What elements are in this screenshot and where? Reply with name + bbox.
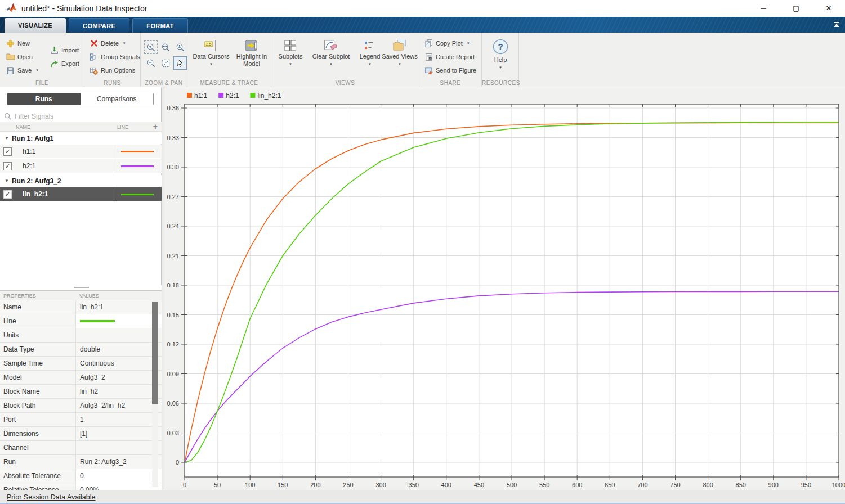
run-group-row[interactable]: ▼ Run 1: Aufg1 (0, 132, 162, 144)
open-button[interactable]: Open (6, 51, 33, 63)
tab-compare[interactable]: COMPARE (69, 18, 129, 33)
group-signals-button[interactable]: Group Signals (89, 51, 140, 63)
run-group-row[interactable]: ▼ Run 2: Aufg3_2 (0, 175, 162, 187)
data-cursors-button[interactable]: 2.5 Data Cursors ▼ (191, 38, 231, 68)
toolbar-section-resources: ? Help ▼ RESOURCES (482, 33, 519, 87)
x-tick-label: 800 (703, 482, 713, 488)
pointer-cursor-icon (176, 58, 184, 68)
signal-row-h2[interactable]: ✓ h2:1 (0, 159, 162, 173)
splitter-handle (74, 287, 89, 288)
run-options-icon (89, 66, 99, 75)
signal-line-cell[interactable] (115, 145, 162, 159)
expander-icon[interactable]: ▼ (5, 178, 9, 183)
search-icon (4, 112, 12, 120)
dropdown-arrow-icon: ▼ (368, 61, 372, 68)
fit-to-view-icon (161, 58, 171, 68)
tab-comparisons[interactable]: Comparisons (81, 93, 154, 105)
import-button[interactable]: Import (50, 44, 79, 56)
legend-label: h1:1 (194, 92, 208, 100)
close-button[interactable]: ✕ (812, 0, 845, 17)
delete-button[interactable]: Delete ▼ (89, 37, 126, 50)
signal-checkbox[interactable]: ✓ (3, 147, 12, 156)
signal-line-cell[interactable] (115, 187, 162, 201)
zoom-out-button[interactable] (144, 56, 158, 70)
x-tick-label: 400 (441, 482, 451, 488)
signal-line-cell[interactable] (115, 159, 162, 173)
window-title: untitled* - Simulation Data Inspector (21, 0, 147, 17)
signal-checkbox[interactable]: ✓ (3, 190, 12, 199)
y-tick-label: 0 (176, 459, 179, 466)
x-tick-label: 300 (375, 482, 386, 488)
highlight-in-model-button[interactable]: Highlight in Model (235, 38, 269, 68)
saved-views-button[interactable]: Saved Views ▼ (382, 38, 418, 68)
x-tick-label: 50 (214, 482, 221, 488)
x-tick-label: 150 (278, 482, 288, 488)
properties-panel: PROPERTIES VALUES Namelin_h2:1 Line Unit… (0, 290, 162, 490)
export-icon (50, 60, 59, 68)
signal-list-header: NAME LINE + (0, 122, 162, 132)
signal-row-h1[interactable]: ✓ h1:1 (0, 145, 162, 159)
x-tick-label: 750 (670, 482, 680, 488)
new-button[interactable]: New (6, 37, 30, 50)
zoom-out-icon (146, 58, 156, 68)
ribbon-tab-strip: VISUALIZE COMPARE FORMAT (0, 17, 845, 33)
maximize-button[interactable]: ▢ (780, 0, 812, 17)
dropdown-arrow-icon: ▼ (35, 69, 39, 72)
x-tick-label: 500 (507, 482, 517, 488)
minimize-button[interactable]: ─ (747, 0, 780, 17)
clear-subplot-icon (324, 39, 338, 52)
collapse-ribbon-icon[interactable] (833, 21, 840, 29)
fit-to-view-button[interactable] (159, 56, 172, 70)
highlight-in-model-icon (244, 39, 259, 52)
legend-label: lin_h2:1 (257, 92, 281, 100)
y-tick-label: 0.12 (167, 341, 179, 348)
properties-scrollbar[interactable] (152, 300, 158, 487)
time-plot[interactable]: 0501001502002503003504004505005506006507… (164, 87, 845, 490)
signal-row-lin-h2[interactable]: ✓ lin_h2:1 (0, 187, 162, 201)
y-tick-label: 0.24 (167, 223, 179, 230)
properties-splitter[interactable] (0, 285, 162, 290)
dropdown-arrow-icon: ▼ (209, 61, 213, 68)
zoom-in-button[interactable] (144, 40, 158, 54)
line-style-editor[interactable] (76, 314, 162, 328)
section-label-file: FILE (0, 80, 84, 86)
filter-signals-input[interactable] (15, 111, 155, 122)
run-options-button[interactable]: Run Options (89, 64, 135, 76)
y-tick-label: 0.18 (167, 282, 179, 289)
toolbar-section-file: New Open Save ▼ Import Export FILE (0, 33, 84, 87)
x-tick-label: 600 (572, 482, 582, 488)
prior-session-data-link[interactable]: Prior Session Data Available (7, 493, 96, 501)
help-button[interactable]: ? Help ▼ (485, 37, 516, 71)
expander-icon[interactable]: ▼ (5, 136, 9, 141)
save-button[interactable]: Save ▼ (6, 64, 39, 76)
matlab-logo-icon (5, 2, 17, 15)
zoom-in-y-button[interactable] (173, 40, 187, 54)
zoom-in-time-button[interactable] (159, 40, 172, 54)
clear-subplot-button[interactable]: Clear Subplot ▼ (307, 38, 355, 68)
absolute-tolerance-input[interactable]: 0 (76, 469, 162, 483)
dropdown-arrow-icon: ▼ (499, 64, 502, 71)
dropdown-arrow-icon: ▼ (329, 61, 333, 68)
section-label-runs: RUNS (84, 80, 140, 86)
pointer-mode-button[interactable] (173, 56, 187, 70)
export-button[interactable]: Export (50, 57, 79, 70)
tab-visualize[interactable]: VISUALIZE (5, 18, 66, 33)
tab-format[interactable]: FORMAT (132, 18, 188, 33)
relative-tolerance-input[interactable]: 0.00% (76, 483, 162, 490)
open-folder-icon (6, 53, 15, 61)
data-cursors-icon: 2.5 (204, 39, 218, 52)
section-label-share: SHARE (419, 80, 481, 86)
add-column-button[interactable]: + (153, 122, 158, 131)
tab-runs[interactable]: Runs (7, 93, 81, 105)
property-row-data-type: Data Typedouble (0, 343, 162, 357)
signal-checkbox[interactable]: ✓ (3, 162, 12, 170)
send-to-figure-button[interactable]: Send to Figure (424, 64, 476, 76)
legend-button[interactable]: Legend ▼ (356, 38, 384, 68)
create-report-button[interactable]: Create Report (424, 51, 475, 63)
scrollbar-thumb[interactable] (152, 302, 158, 404)
column-header-line: LINE (117, 124, 128, 130)
legend-icon (364, 40, 376, 51)
signal-line-swatch (121, 165, 154, 167)
subplots-button[interactable]: Subplots ▼ (275, 38, 306, 68)
copy-plot-button[interactable]: Copy Plot ▼ (424, 37, 470, 50)
